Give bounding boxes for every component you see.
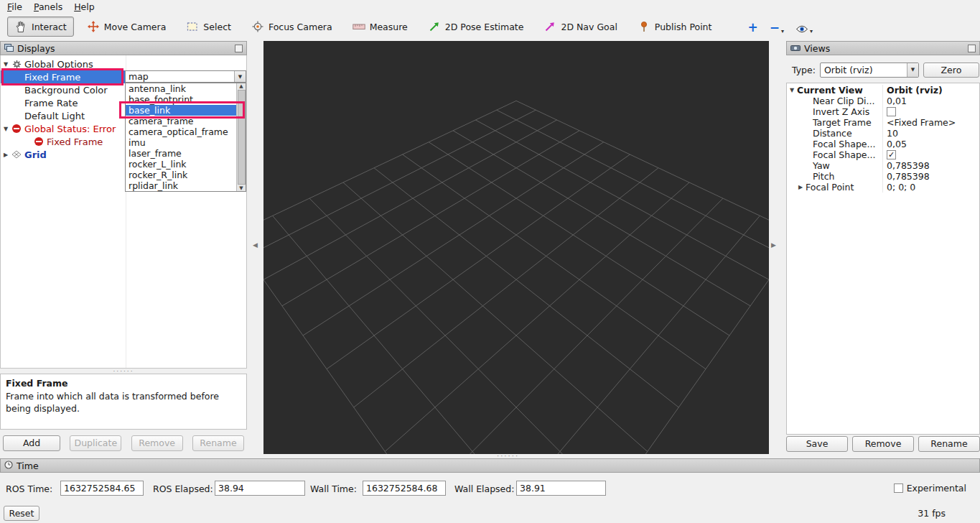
add-display-button[interactable]: Add <box>3 435 60 451</box>
experimental-toggle[interactable]: Experimental <box>894 483 966 494</box>
measure-tool-button[interactable]: Measure <box>345 17 415 37</box>
focus-camera-tool-button[interactable]: Focus Camera <box>244 17 340 37</box>
menu-file[interactable]: File <box>7 1 22 12</box>
frame-option[interactable]: laser_frame <box>126 148 246 159</box>
displays-panel-header[interactable]: Displays <box>0 41 247 55</box>
views-row-near-clip[interactable]: Near Clip Di... 0,01 <box>787 96 979 106</box>
prop-name: Focal Point <box>806 182 854 193</box>
displays-buttons: Add Duplicate Remove Rename <box>0 435 247 451</box>
tool-properties-button[interactable]: ▾ <box>793 17 816 36</box>
frame-option[interactable]: imu <box>126 137 246 148</box>
expander-open-icon[interactable]: ▼ <box>787 87 797 93</box>
wall-time-field[interactable]: 1632752584.68 <box>363 481 446 496</box>
add-tool-button[interactable]: + <box>745 17 760 36</box>
prop-value[interactable]: 0,785398 <box>882 160 979 171</box>
frame-option-selected[interactable]: base_link <box>126 105 246 116</box>
prop-value[interactable]: 10 <box>882 128 979 139</box>
remove-view-button[interactable]: Remove <box>852 436 914 452</box>
ros-elapsed-field[interactable]: 38.94 <box>215 481 305 496</box>
publish-point-tool-button[interactable]: Publish Point <box>630 17 719 37</box>
wall-elapsed-field[interactable]: 38.91 <box>516 481 606 496</box>
selection-box-icon <box>186 21 199 33</box>
3d-viewport[interactable] <box>263 41 769 454</box>
tree-row-global-options[interactable]: ▼ Global Options <box>1 57 246 70</box>
remove-display-button[interactable]: Remove <box>131 435 183 451</box>
scrollbar-thumb[interactable] <box>238 90 246 185</box>
select-tool-button[interactable]: Select <box>179 17 238 37</box>
pose-estimate-tool-button[interactable]: 2D Pose Estimate <box>421 17 531 37</box>
save-view-button[interactable]: Save <box>786 436 848 452</box>
prop-name: Focal Shape... <box>813 139 875 149</box>
frame-option[interactable]: rplidar_link <box>126 180 246 191</box>
checkbox-unchecked[interactable] <box>894 483 903 493</box>
rename-view-button[interactable]: Rename <box>918 436 980 452</box>
prop-value[interactable]: 0,05 <box>882 139 979 149</box>
views-panel-header[interactable]: Views <box>786 41 980 55</box>
ground-grid <box>263 41 769 454</box>
views-panel-title: Views <box>804 43 830 54</box>
frame-option[interactable]: rocker_R_link <box>126 170 246 180</box>
displays-panel-title: Displays <box>17 43 55 54</box>
checkbox-checked[interactable]: ✓ <box>887 150 896 159</box>
views-row-invert-z[interactable]: Invert Z Axis <box>787 106 979 117</box>
prop-name: Focal Shape... <box>813 149 875 160</box>
nav-goal-tool-button[interactable]: 2D Nav Goal <box>536 17 624 37</box>
move-camera-tool-button[interactable]: Move Camera <box>80 17 174 37</box>
expander-closed-icon[interactable]: ▶ <box>1 152 11 158</box>
views-row-target-frame[interactable]: Target Frame <Fixed Frame> <box>787 117 979 128</box>
views-row-distance[interactable]: Distance 10 <box>787 128 979 139</box>
collapse-right-panel-arrow[interactable]: ▶ <box>771 241 776 249</box>
reset-button[interactable]: Reset <box>4 506 39 521</box>
views-row-focal-point[interactable]: ▶Focal Point 0; 0; 0 <box>787 182 979 193</box>
combo-dropdown-arrow[interactable]: ▼ <box>234 71 246 82</box>
remove-tool-button[interactable]: − ▾ <box>767 17 787 36</box>
frame-option[interactable]: base_footprint <box>126 94 246 105</box>
frame-option[interactable]: camera_optical_frame <box>126 126 246 137</box>
views-row-yaw[interactable]: Yaw 0,785398 <box>787 160 979 171</box>
panel-splitter-handle[interactable]: ······ <box>0 369 247 374</box>
frame-option[interactable]: antenna_link <box>126 83 246 94</box>
scroll-down-icon[interactable]: ▼ <box>239 185 243 191</box>
menu-panels[interactable]: Panels <box>34 1 62 12</box>
prop-name: Distance <box>813 128 852 139</box>
fixed-frame-dropdown-list: antenna_link base_footprint base_link ca… <box>125 83 246 192</box>
views-row-current-view[interactable]: ▼Current View Orbit (rviz) <box>787 85 979 96</box>
experimental-label: Experimental <box>907 483 966 494</box>
wall-time-label: Wall Time: <box>310 483 357 494</box>
combo-dropdown-arrow[interactable]: ▼ <box>907 63 918 77</box>
rename-display-button[interactable]: Rename <box>192 435 244 451</box>
displays-float-button[interactable] <box>235 45 243 52</box>
popup-scrollbar[interactable]: ▲ ▼ <box>236 83 246 191</box>
duplicate-display-button[interactable]: Duplicate <box>70 435 121 451</box>
help-title: Fixed Frame <box>6 378 241 389</box>
menu-help[interactable]: Help <box>74 1 95 12</box>
expander-open-icon[interactable]: ▼ <box>1 61 11 68</box>
tree-label-fixed-frame-status: Fixed Frame <box>47 136 103 147</box>
checkbox-unchecked[interactable] <box>887 107 896 116</box>
tree-label-global-status: Global Status: Error <box>24 124 116 134</box>
clock-icon <box>4 460 13 471</box>
interact-tool-button[interactable]: Interact <box>7 17 74 37</box>
fixed-frame-combobox[interactable]: map ▼ <box>125 70 246 83</box>
zero-button[interactable]: Zero <box>923 63 979 78</box>
scroll-up-icon[interactable]: ▲ <box>239 83 243 89</box>
frame-option[interactable]: rocker_L_link <box>126 159 246 170</box>
prop-value[interactable]: 0,785398 <box>882 171 979 182</box>
views-icon <box>790 43 801 54</box>
prop-value[interactable]: 0; 0; 0 <box>882 182 979 193</box>
views-float-button[interactable] <box>968 45 976 52</box>
views-row-pitch[interactable]: Pitch 0,785398 <box>787 171 979 182</box>
prop-value[interactable]: <Fixed Frame> <box>882 117 979 128</box>
views-row-focal-shape-fixed[interactable]: Focal Shape... ✓ <box>787 149 979 160</box>
prop-value[interactable]: 0,01 <box>882 96 979 106</box>
time-panel-header[interactable]: Time <box>0 458 980 473</box>
ros-time-field[interactable]: 1632752584.65 <box>60 481 144 496</box>
views-property-tree: ▼Current View Orbit (rviz) Near Clip Di.… <box>786 83 980 435</box>
expander-open-icon[interactable]: ▼ <box>1 126 11 132</box>
frame-option[interactable]: camera_frame <box>126 116 246 126</box>
expander-closed-icon[interactable]: ▶ <box>795 184 806 190</box>
views-row-focal-shape-size[interactable]: Focal Shape... 0,05 <box>787 139 979 149</box>
prop-value: Orbit (rviz) <box>882 85 979 96</box>
view-type-combobox[interactable]: Orbit (rviz) ▼ <box>820 63 919 78</box>
collapse-left-panel-arrow[interactable]: ◀ <box>253 241 258 249</box>
